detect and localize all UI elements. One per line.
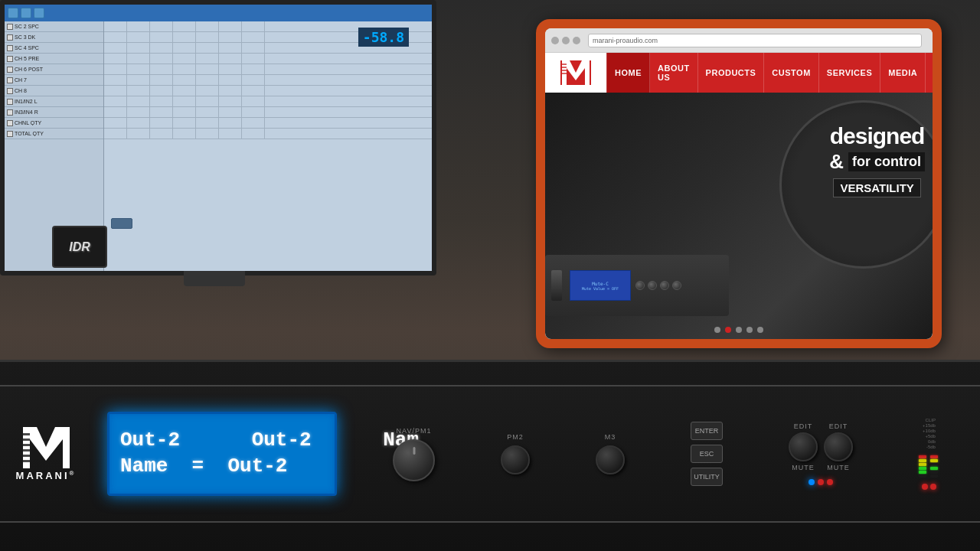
db-15: +15db [923,423,936,428]
enter-button[interactable]: ENTER [691,422,723,440]
grid-row [104,75,432,86]
carousel-dot-2[interactable] [736,327,742,333]
utility-button[interactable]: UTILITY [691,468,723,486]
carousel-dots [714,327,763,333]
grid-row [104,86,432,96]
svg-rect-11 [23,455,30,457]
nav-item-custom[interactable]: CUSTOM [764,53,818,93]
channel-row: CHNL QTY [5,118,103,129]
channel-name: TOTAL QTY [15,131,44,136]
channel-row: IN1/IN2 L [5,96,103,107]
carousel-dot-0[interactable] [714,327,720,333]
blue-led-indicator [808,479,815,485]
db-0: 0db [928,439,936,444]
carousel-dot-1[interactable] [725,327,731,333]
led-seg [919,474,926,478]
led-seg [930,463,938,466]
checkbox[interactable] [7,99,13,105]
browser-close-btn[interactable] [551,37,559,44]
m3-label: M3 [605,433,616,441]
led-meter-a [919,455,928,478]
hero-text: designed & for control VERSATILITY [829,123,925,197]
address-bar[interactable]: marani-proaudio.com [588,34,922,47]
channel-row: CH 8 [5,86,103,96]
checkbox[interactable] [7,109,13,116]
checkbox[interactable] [7,88,13,94]
browser-maximize-btn[interactable] [573,37,580,44]
m3-knob[interactable] [596,445,625,474]
checkbox[interactable] [7,56,13,62]
header-btn-3[interactable] [34,8,44,18]
led-group [919,455,939,478]
channel-row: CH 5 PRE [5,54,103,64]
meter-section: CLIP +15db +10db +5db 0db -5db [919,418,939,490]
channel-name: SC 4 SPC [15,45,39,51]
idr-text: IDR [69,240,90,254]
svg-rect-3 [562,67,567,68]
red-led-a [818,479,824,485]
nav-item-about[interactable]: ABOUT US [650,53,698,93]
carousel-dot-3[interactable] [746,327,753,333]
hero-device-image: Mute-C Mute Value = OFF [545,255,729,316]
hero-line2-container: & for control [829,150,925,174]
device-knobs [635,281,681,290]
led-seg [919,459,926,462]
nav-item-products[interactable]: PRODUCTS [698,53,765,93]
led-seg [930,459,938,462]
device-knob-3 [660,281,669,290]
mute-b-label: MUTE [827,464,850,471]
lcd-line-1: Out-2 Out-2 Nam [120,428,419,454]
usb-stick [111,218,132,229]
checkbox[interactable] [7,131,13,137]
nav-pm1-knob[interactable] [393,439,435,481]
header-btn-2[interactable] [21,8,31,18]
tablet: marani-proaudio.com [536,19,942,348]
led-seg [930,455,938,458]
svg-rect-4 [562,70,567,71]
marani-logo-svg [559,57,593,88]
browser-minimize-btn[interactable] [562,37,570,44]
nav-item-home[interactable]: HOME [606,53,650,93]
rack-logo-reg: ® [70,470,77,477]
checkbox[interactable] [7,34,13,41]
svg-rect-2 [562,64,567,65]
checkbox[interactable] [7,77,13,83]
rack-logo: MARANI® [0,386,92,521]
channel-row: IN3/IN4 R [5,107,103,118]
a-col: EDIT MUTE [789,422,818,471]
device-display-line2: Mute Value = OFF [582,286,619,291]
svg-rect-10 [23,449,30,452]
hero-ampersand: & [829,150,844,174]
header-btn-1[interactable] [8,8,18,18]
rack-face: MARANI® Out-2 Out-2 Nam Name = Out-2 NAV… [0,385,980,523]
browser-chrome: marani-proaudio.com [545,28,933,53]
rack-unit: MARANI® Out-2 Out-2 Nam Name = Out-2 NAV… [0,360,980,551]
hero-versatility-text: VERSATILITY [833,178,920,197]
pm2-label: PM2 [507,433,524,441]
device-logo-mark [551,270,562,301]
checkbox[interactable] [7,67,13,73]
grid-row [104,96,432,107]
grid-row [104,129,432,139]
device-knob-1 [635,281,645,290]
carousel-dot-4[interactable] [757,327,763,333]
a-knob[interactable] [789,432,818,461]
channel-name: CH 6 POST [15,67,43,72]
nav-item-media[interactable]: MEDIA [880,53,926,93]
grid-row [104,64,432,75]
svg-rect-12 [23,460,30,462]
checkbox[interactable] [7,45,13,51]
monitor-stand [184,271,245,286]
limit-led-b [930,484,936,490]
device-lcd: Mute-C Mute Value = OFF [570,270,631,301]
b-knob[interactable] [824,432,853,461]
nav-item-services[interactable]: SERVICES [819,53,880,93]
esc-button[interactable]: ESC [691,445,723,463]
lcd-display: Out-2 Out-2 Nam Name = Out-2 [107,412,337,496]
button-section: ENTER ESC UTILITY [691,422,723,486]
nav-item-contacts[interactable]: CONTACTS [926,53,933,93]
checkbox[interactable] [7,24,13,30]
pm2-knob[interactable] [501,445,530,474]
checkbox[interactable] [7,120,13,126]
channel-name: IN1/IN2 L [15,99,38,104]
